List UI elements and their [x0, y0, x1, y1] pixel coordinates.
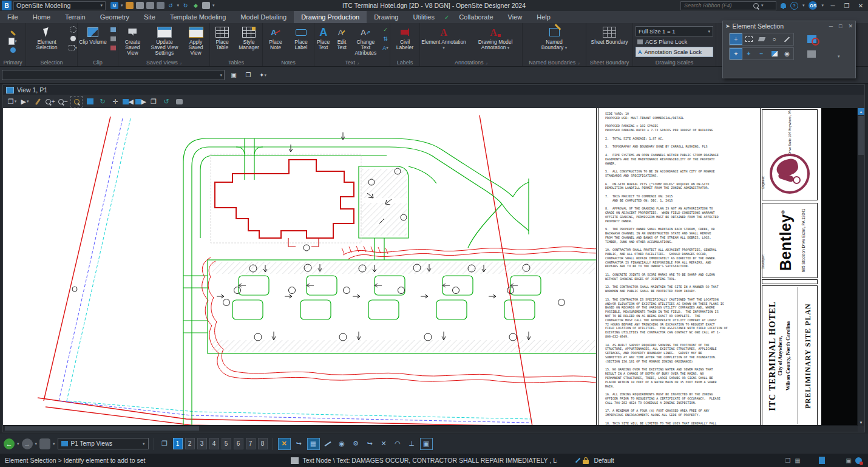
chevron-down-icon[interactable]: ▾: [212, 3, 215, 8]
window-area-icon[interactable]: [70, 96, 83, 107]
drawing-scale-select[interactable]: Full Size 1 = 1▾: [636, 26, 713, 36]
spell-check-icon[interactable]: ✓: [381, 26, 390, 33]
horizontal-scrollbar[interactable]: [3, 425, 858, 432]
level-lock-icon[interactable]: [583, 460, 589, 464]
view-next-icon[interactable]: ▶: [135, 97, 146, 107]
nearest-snap-icon[interactable]: [322, 438, 334, 449]
chevron-down-icon[interactable]: ▾: [821, 3, 824, 8]
clip-tools-icon[interactable]: [109, 35, 118, 43]
tab-view[interactable]: View: [501, 11, 530, 23]
place-label-button[interactable]: Place Label: [289, 24, 313, 51]
general-notes-text[interactable]: SIDE YARD: 10 PROPOSED USE: MULT-TENANT …: [605, 112, 728, 426]
clip-volume-button[interactable]: Clip Volume: [78, 24, 107, 46]
tab-drawing[interactable]: Drawing: [367, 11, 405, 23]
grid-lock-icon[interactable]: ▦: [307, 438, 320, 450]
pan-view-icon[interactable]: ✛: [110, 97, 121, 107]
text-style-icon[interactable]: A▾: [381, 44, 390, 52]
scrollbar-thumb[interactable]: [858, 116, 864, 155]
window-cascade-icon[interactable]: ❐: [243, 70, 254, 80]
acs-plane-lock-toggle[interactable]: ACS Plane Lock: [636, 37, 713, 46]
chevron-down-icon[interactable]: ▾: [35, 441, 38, 446]
tools-icon[interactable]: [8, 29, 17, 37]
save-settings-icon[interactable]: [146, 2, 154, 9]
copy-view-icon[interactable]: ❐: [148, 97, 159, 107]
fit-view-icon[interactable]: [84, 97, 95, 107]
tab-model-detailing[interactable]: Model Detailing: [233, 11, 294, 23]
tab-drawing-production[interactable]: Drawing Production: [294, 11, 367, 23]
chevron-down-icon[interactable]: ▾: [121, 3, 123, 8]
minimize-button[interactable]: ─: [828, 1, 838, 10]
place-note-button[interactable]: A Place Note: [263, 24, 288, 51]
overlap-selection-icon[interactable]: ◉: [781, 48, 793, 60]
accusnap-settings-icon[interactable]: ⚙: [350, 438, 362, 449]
notification-bell-icon[interactable]: [781, 3, 786, 8]
scroll-up-icon[interactable]: ▲: [858, 108, 864, 115]
dialog-rollup-icon[interactable]: □: [839, 23, 842, 29]
restore-button[interactable]: ❐: [842, 1, 852, 10]
apply-saved-view-button[interactable]: Apply Saved View: [182, 24, 209, 56]
element-selection-button[interactable]: Element Selection: [26, 24, 67, 51]
update-saved-view-button[interactable]: Update Saved View Settings: [148, 24, 181, 56]
save-icon[interactable]: [136, 2, 144, 9]
chevron-down-icon[interactable]: ▾: [17, 441, 19, 446]
chevron-down-icon[interactable]: ▾: [177, 3, 180, 8]
view-title-bar[interactable]: View 1, P1: [3, 85, 864, 95]
fence-type-icon[interactable]: ▾: [69, 44, 77, 52]
sheet-tools-icon[interactable]: ❐: [783, 456, 793, 465]
building-footprint[interactable]: [215, 160, 354, 247]
site-plan-drawing[interactable]: [3, 108, 596, 426]
clip-delete-icon[interactable]: [109, 44, 118, 52]
chevron-down-icon[interactable]: ▾: [761, 3, 764, 8]
dialog-launcher-icon[interactable]: ⌟: [357, 60, 359, 65]
cache-status-icon[interactable]: ▣: [844, 456, 853, 465]
dialog-close-icon[interactable]: ✕: [848, 23, 853, 29]
tab-help[interactable]: Help: [529, 11, 558, 23]
view-toggle-1[interactable]: 1: [173, 438, 183, 449]
rotate-view-icon[interactable]: ↻: [97, 97, 108, 107]
tab-template-modeling[interactable]: Template Modeling: [163, 11, 233, 23]
open-folder-icon[interactable]: [126, 2, 134, 9]
zoom-in-icon[interactable]: +: [45, 97, 56, 107]
drawing-canvas[interactable]: SIDE YARD: 10 PROPOSED USE: MULT-TENANT …: [3, 108, 858, 426]
view-toggle-3[interactable]: 3: [197, 438, 207, 449]
circle-select-icon[interactable]: [69, 35, 77, 43]
place-text-button[interactable]: A Place Text: [314, 24, 332, 51]
fit-window-icon[interactable]: ▣: [228, 70, 239, 80]
perpendicular-snap-icon[interactable]: ⊥: [406, 438, 418, 449]
print-icon[interactable]: [202, 2, 210, 9]
selection-set-icon[interactable]: [817, 456, 827, 465]
annotation-scale-lock-toggle[interactable]: AAnnotation Scale Lock: [636, 47, 713, 57]
add-selection-icon[interactable]: +: [742, 48, 755, 60]
view-previous-icon[interactable]: ◀: [123, 97, 134, 107]
element-annotation-button[interactable]: A Element Annotation ▾: [420, 24, 467, 51]
compress-icon[interactable]: [157, 2, 164, 9]
forward-button[interactable]: →: [22, 438, 33, 449]
view-rotate-tools-icon[interactable]: ↺: [161, 97, 172, 107]
zoom-out-icon[interactable]: −: [58, 97, 69, 107]
line-select-icon[interactable]: [781, 33, 793, 45]
explorer-icon[interactable]: ◆: [192, 2, 200, 9]
models-icon[interactable]: [8, 46, 17, 54]
user-badge[interactable]: OS: [809, 1, 817, 10]
place-table-button[interactable]: Place Table: [210, 24, 234, 51]
redo-icon[interactable]: ↻: [181, 2, 189, 9]
style-manager-button[interactable]: Style Manager: [236, 24, 262, 51]
accudraw-toggle-icon[interactable]: ✕: [278, 438, 291, 450]
chevron-down-icon[interactable]: ▾: [53, 441, 55, 446]
active-level[interactable]: Default: [594, 457, 614, 464]
dialog-launcher-icon[interactable]: ⌟: [180, 60, 181, 65]
pen-style-icon[interactable]: [573, 456, 583, 465]
open-views-icon[interactable]: ❐: [159, 438, 171, 449]
arc-snap-icon[interactable]: ◠: [392, 438, 404, 449]
search-input[interactable]: [683, 2, 753, 9]
workflow-selector[interactable]: OpenSite Modeling ▾: [13, 1, 106, 10]
vertical-scrollbar[interactable]: ▲ ▼: [857, 108, 864, 426]
models-status-icon[interactable]: ▦: [793, 456, 802, 465]
clip-mask-icon[interactable]: [109, 26, 118, 33]
clip-volume-view-icon[interactable]: [174, 97, 185, 107]
sync-status-icon[interactable]: [853, 456, 863, 465]
subtract-selection-icon[interactable]: −: [755, 48, 768, 60]
undo-icon[interactable]: ↺: [167, 2, 175, 9]
chevron-down-icon[interactable]: ▾: [802, 3, 805, 8]
active-selection-dropdown[interactable]: ▾: [2, 70, 225, 80]
